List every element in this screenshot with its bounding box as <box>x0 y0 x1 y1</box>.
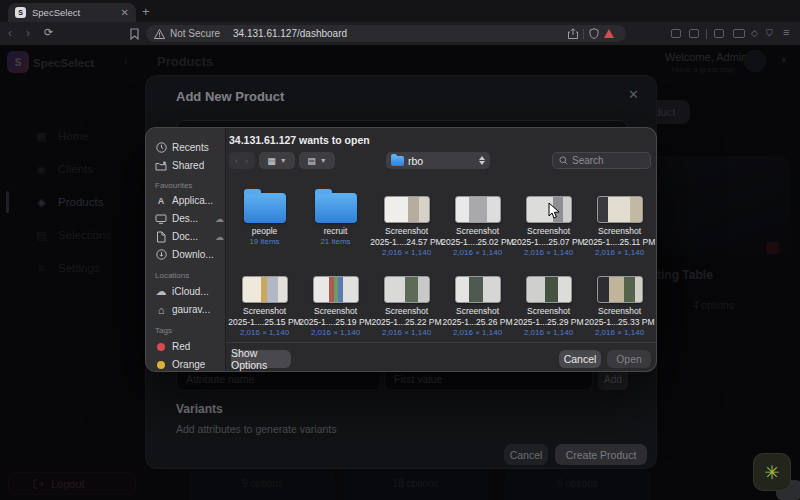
icon-view-button[interactable]: ▦▼ <box>259 152 295 169</box>
screenshot-thumbnail <box>455 196 501 223</box>
browser-tab[interactable]: S SpecSelect ✕ <box>8 3 136 22</box>
sidebar-item-shared[interactable]: Shared <box>155 159 204 172</box>
screenshot-thumbnail <box>384 196 430 223</box>
extension-icon-1[interactable] <box>671 29 681 38</box>
favourites-heading: Favourites <box>155 181 192 190</box>
red-tag-icon <box>155 341 167 353</box>
reload-icon[interactable]: ⟳ <box>44 26 53 39</box>
file-item[interactable]: Screenshot2025-1....25.11 PM2,016 × 1,14… <box>584 178 655 258</box>
file-item[interactable]: Screenshot2025-1...25.26 PM2,016 × 1,140 <box>442 258 513 338</box>
asterisk-icon: ✳ <box>764 461 780 484</box>
sidebar-item-recents[interactable]: Recents <box>155 141 209 154</box>
tab-favicon: S <box>15 7 26 18</box>
share-icon[interactable] <box>568 28 578 39</box>
search-field[interactable] <box>552 152 651 169</box>
dropdown-stepper-icon <box>479 156 485 165</box>
tab-title: SpecSelect <box>32 7 115 18</box>
cloud-badge-icon: ☁ <box>215 232 224 242</box>
browser-toolbar: ‹ › ⟳ Not Secure 34.131.61.127/dashboard… <box>0 22 800 46</box>
brave-rewards-icon[interactable] <box>604 29 614 38</box>
shield-icon[interactable] <box>589 28 599 39</box>
list-view-button[interactable]: ▤▼ <box>299 152 335 169</box>
search-input[interactable] <box>572 155 642 166</box>
file-item[interactable]: Screenshot2025-1....24.57 PM2,016 × 1,14… <box>371 178 442 258</box>
cloud-badge-icon: ☁ <box>215 214 224 224</box>
shield-plus-icon[interactable]: ⛉ <box>766 28 773 39</box>
dialog-sidebar: Recents Shared Favourites A Applica... D… <box>146 128 226 372</box>
sidebar-item-desktop[interactable]: Des... ☁ <box>155 212 198 225</box>
sidebar-item-tag-orange[interactable]: Orange <box>155 358 205 371</box>
screenshot-thumbnail <box>384 276 430 303</box>
list-view-icon: ▤ <box>307 156 316 166</box>
dialog-open-button[interactable]: Open <box>607 350 651 368</box>
chevron-down-icon: ▼ <box>320 157 327 164</box>
divider <box>583 29 584 39</box>
folder-item[interactable]: recruit21 items <box>300 178 371 258</box>
tab-close-icon[interactable]: ✕ <box>121 8 129 18</box>
sidebar-item-documents[interactable]: Doc... ☁ <box>155 230 198 243</box>
app-page: S SpecSelect ‹ Products Welcome, Admin H… <box>0 46 800 500</box>
locations-heading: Locations <box>155 271 189 280</box>
show-options-button[interactable]: Show Options <box>231 350 291 368</box>
folder-icon <box>244 193 286 223</box>
downloads-icon <box>155 249 167 261</box>
new-tab-icon[interactable]: + <box>142 4 150 19</box>
screenshot-thumbnail <box>597 276 643 303</box>
back-icon[interactable]: ‹ <box>235 156 241 166</box>
url-text: 34.131.61.127/dashboard <box>233 28 347 39</box>
tab-strip: S SpecSelect ✕ + <box>0 0 800 22</box>
screenshot-thumbnail <box>455 276 501 303</box>
sidebar-item-home-folder[interactable]: ⌂ gaurav... <box>155 303 210 316</box>
file-item[interactable]: Screenshot2025-1...25.29 PM2,016 × 1,140 <box>513 258 584 338</box>
bookmark-icon[interactable] <box>130 28 139 40</box>
screenshot-thumbnail <box>597 196 643 223</box>
folder-icon <box>391 156 404 166</box>
forward-icon[interactable]: › <box>26 26 30 40</box>
folder-icon <box>315 193 357 223</box>
sidebar-item-tag-red[interactable]: Red <box>155 340 190 353</box>
file-item[interactable]: Screenshot2025-1....25.19 PM2,016 × 1,14… <box>300 258 371 338</box>
wallet-icon[interactable] <box>733 29 745 38</box>
menu-icon[interactable]: ≡ <box>783 26 789 38</box>
folder-dropdown[interactable]: rbo <box>386 152 490 169</box>
security-label: Not Secure <box>170 28 220 39</box>
current-folder-name: rbo <box>408 155 473 167</box>
screenshot-thumbnail <box>313 276 359 303</box>
sidebar-item-icloud[interactable]: ☁ iCloud... <box>155 285 209 298</box>
divider <box>706 29 707 39</box>
folder-item[interactable]: people19 items <box>229 178 300 258</box>
extension-icon-2[interactable] <box>689 29 699 38</box>
applications-icon: A <box>155 195 167 207</box>
sidebar-item-downloads[interactable]: Downlo... <box>155 248 214 261</box>
sidebar-toggle-icon[interactable] <box>714 29 724 38</box>
desktop-icon <box>155 213 167 225</box>
file-item[interactable]: Screenshot2025-1....25.02 PM2,016 × 1,14… <box>442 178 513 258</box>
clock-icon <box>155 142 167 154</box>
forward-icon[interactable]: › <box>245 156 251 166</box>
back-icon[interactable]: ‹ <box>8 26 12 40</box>
file-item[interactable]: Screenshot2025-1....25.15 PM2,016 × 1,14… <box>229 258 300 338</box>
screenshot-thumbnail <box>526 276 572 303</box>
orange-tag-icon <box>155 359 167 371</box>
chevron-down-icon: ▼ <box>280 157 287 164</box>
dialog-title: 34.131.61.127 wants to open <box>229 134 370 146</box>
dialog-nav-buttons[interactable]: ‹› <box>229 152 255 169</box>
screen: S SpecSelect ✕ + ‹ › ⟳ Not Secure 34.131… <box>0 0 800 500</box>
sidebar-item-applications[interactable]: A Applica... <box>155 194 213 207</box>
dialog-footer: Show Options Cancel Open <box>226 342 657 372</box>
shared-folder-icon <box>155 160 167 172</box>
document-icon <box>155 231 167 243</box>
dialog-cancel-button[interactable]: Cancel <box>559 350 601 368</box>
vpn-icon[interactable]: ◇ <box>751 28 758 38</box>
file-item[interactable]: Screenshot2025-1...25.22 PM2,016 × 1,140 <box>371 258 442 338</box>
home-icon: ⌂ <box>155 304 167 316</box>
floating-widget-button[interactable]: ✳ <box>753 453 791 491</box>
file-item[interactable]: Screenshot2025-1...25.33 PM2,016 × 1,140 <box>584 258 655 338</box>
screenshot-thumbnail <box>242 276 288 303</box>
search-icon <box>559 156 568 165</box>
grid-view-icon: ▦ <box>267 156 276 166</box>
warning-icon <box>154 29 165 39</box>
address-bar[interactable]: Not Secure 34.131.61.127/dashboard <box>146 25 626 42</box>
tags-heading: Tags <box>155 326 172 335</box>
cloud-icon: ☁ <box>155 286 167 298</box>
